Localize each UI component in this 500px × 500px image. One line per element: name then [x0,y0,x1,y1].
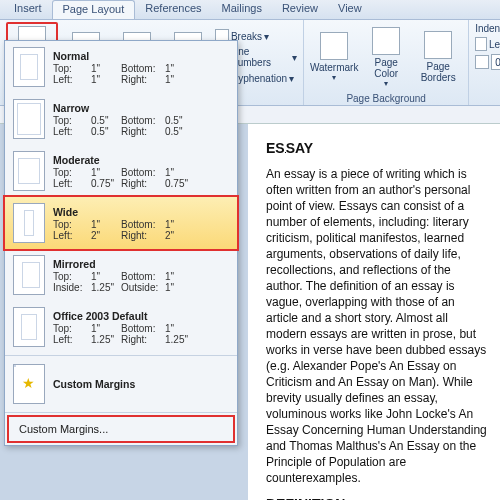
margins-thumb-icon [13,151,45,191]
margins-thumb-icon [13,203,45,243]
group-label-page-background: Page Background [310,93,462,104]
margins-option-title: Normal [53,50,229,62]
margins-option-custom[interactable]: Custom Margins [5,358,237,410]
margins-option-title: Mirrored [53,258,229,270]
indent-right-icon [475,55,489,69]
margins-option-office2003[interactable]: Office 2003 DefaultTop:1"Bottom:1"Left:1… [5,301,237,353]
watermark-button[interactable]: Watermark [310,22,358,92]
indent-heading: Indent [475,22,500,35]
ribbon-tabs: Insert Page Layout References Mailings R… [0,0,500,20]
margins-thumb-icon [13,99,45,139]
doc-heading-2: DEFINITION [266,496,488,500]
margins-option-title: Moderate [53,154,229,166]
tab-view[interactable]: View [328,0,372,19]
page-borders-icon [424,31,452,59]
page-color-icon [372,27,400,55]
margins-option-narrow[interactable]: NarrowTop:0.5"Bottom:0.5"Left:0.5"Right:… [5,93,237,145]
margins-option-mirrored[interactable]: MirroredTop:1"Bottom:1"Inside:1.25"Outsi… [5,249,237,301]
margins-option-title: Wide [53,206,229,218]
margins-dropdown: NormalTop:1"Bottom:1"Left:1"Right:1"Narr… [4,40,238,446]
margins-thumb-icon [13,307,45,347]
margins-option-title: Narrow [53,102,229,114]
watermark-icon [320,32,348,60]
line-numbers-label: Line Numbers [230,46,290,68]
custom-margins-button[interactable]: Custom Margins... [7,415,235,443]
watermark-label: Watermark [310,62,359,73]
indent-right-input[interactable]: 0" [491,54,500,70]
group-paragraph: Indent Left: 0" 0" [469,20,500,105]
tab-references[interactable]: References [135,0,211,19]
margins-option-moderate[interactable]: ModerateTop:1"Bottom:1"Left:0.75"Right:0… [5,145,237,197]
page-borders-label: Page Borders [416,61,460,83]
indent-left-icon [475,37,487,51]
document-page[interactable]: ESSAY An essay is a piece of writing whi… [248,124,500,500]
group-page-background: Watermark Page Color Page Borders Page B… [304,20,469,105]
margins-thumb-icon [13,47,45,87]
indent-left-label: Left: [489,39,500,50]
custom-margins-icon [13,364,45,404]
doc-heading-1: ESSAY [266,140,488,156]
tab-insert[interactable]: Insert [4,0,52,19]
margins-option-wide[interactable]: WideTop:1"Bottom:1"Left:2"Right:2" [3,195,239,251]
page-color-label: Page Color [364,57,408,79]
margins-option-normal[interactable]: NormalTop:1"Bottom:1"Left:1"Right:1" [5,41,237,93]
tab-page-layout[interactable]: Page Layout [52,0,136,19]
tab-mailings[interactable]: Mailings [212,0,272,19]
hyphenation-label: Hyphenation [231,73,287,84]
page-borders-button[interactable]: Page Borders [414,22,462,92]
indent-right-row: 0" [475,53,500,71]
indent-left-row: Left: 0" [475,35,500,53]
canvas-gutter: NormalTop:1"Bottom:1"Left:1"Right:1"Narr… [0,124,248,500]
margins-thumb-icon [13,255,45,295]
doc-paragraph-1: An essay is a piece of writing which is … [266,166,488,486]
tab-review[interactable]: Review [272,0,328,19]
margins-option-title: Office 2003 Default [53,310,229,322]
page-color-button[interactable]: Page Color [362,22,410,92]
